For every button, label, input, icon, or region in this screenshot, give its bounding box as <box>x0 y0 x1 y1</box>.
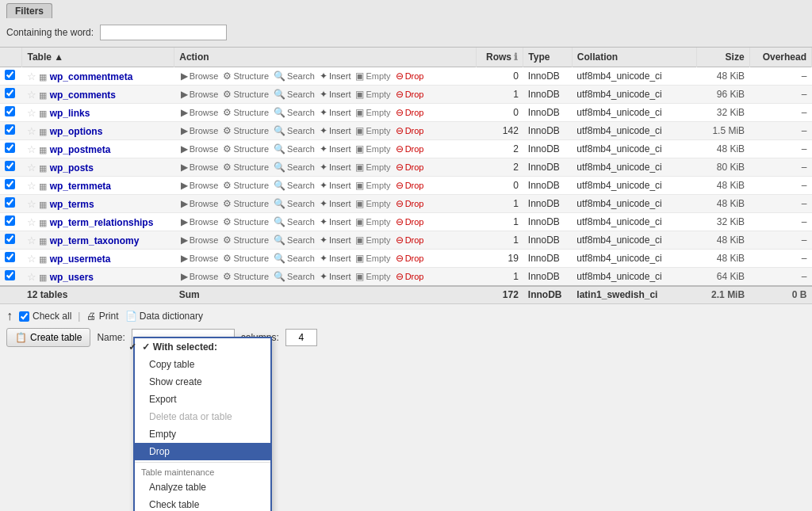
row-checkbox-0[interactable] <box>0 67 22 86</box>
search-btn[interactable]: 🔍 Search <box>272 252 316 265</box>
search-btn[interactable]: 🔍 Search <box>272 88 316 101</box>
insert-btn[interactable]: ✦ Insert <box>318 161 353 174</box>
drop-btn[interactable]: ⊖ Drop <box>394 88 426 101</box>
structure-btn[interactable]: ⚙ Structure <box>221 106 270 119</box>
search-btn[interactable]: 🔍 Search <box>272 106 316 119</box>
row-checkbox-2[interactable] <box>0 104 22 122</box>
row-checkbox-10[interactable] <box>0 250 22 268</box>
star-icon[interactable]: ☆ <box>27 180 36 192</box>
structure-btn[interactable]: ⚙ Structure <box>221 215 270 228</box>
row-checkbox-8[interactable] <box>0 213 22 231</box>
search-btn[interactable]: 🔍 Search <box>272 143 316 155</box>
insert-btn[interactable]: ✦ Insert <box>318 270 353 283</box>
empty-btn[interactable]: ▣ Empty <box>354 197 392 210</box>
star-icon[interactable]: ☆ <box>27 162 36 174</box>
drop-btn[interactable]: ⊖ Drop <box>394 143 426 155</box>
drop-btn[interactable]: ⊖ Drop <box>394 215 426 228</box>
table-name-link[interactable]: wp_links <box>50 108 90 119</box>
structure-btn[interactable]: ⚙ Structure <box>221 252 270 265</box>
browse-btn[interactable]: ▶ Browse <box>179 161 220 174</box>
filters-tab[interactable]: Filters <box>6 3 52 18</box>
structure-btn[interactable]: ⚙ Structure <box>221 270 270 283</box>
scroll-up-icon[interactable]: ↑ <box>6 309 13 323</box>
insert-btn[interactable]: ✦ Insert <box>318 106 353 119</box>
table-name-link[interactable]: wp_usermeta <box>50 254 111 265</box>
row-checkbox-7[interactable] <box>0 195 22 213</box>
search-btn[interactable]: 🔍 Search <box>272 215 316 228</box>
browse-btn[interactable]: ▶ Browse <box>179 197 220 210</box>
insert-btn[interactable]: ✦ Insert <box>318 70 353 82</box>
header-table[interactable]: Table ▲ <box>22 48 174 67</box>
containing-input[interactable] <box>100 25 227 40</box>
table-name-link[interactable]: wp_postmeta <box>50 144 111 155</box>
insert-btn[interactable]: ✦ Insert <box>318 124 353 137</box>
browse-btn[interactable]: ▶ Browse <box>179 252 220 265</box>
browse-btn[interactable]: ▶ Browse <box>179 143 220 155</box>
check-all-checkbox[interactable] <box>19 311 29 322</box>
data-dictionary-button[interactable]: 📄 Data dictionary <box>125 311 203 322</box>
row-checkbox-9[interactable] <box>0 231 22 250</box>
browse-btn[interactable]: ▶ Browse <box>179 179 220 192</box>
star-icon[interactable]: ☆ <box>27 143 36 155</box>
drop-btn[interactable]: ⊖ Drop <box>394 270 426 283</box>
insert-btn[interactable]: ✦ Insert <box>318 234 353 246</box>
empty-btn[interactable]: ▣ Empty <box>354 179 392 192</box>
empty-btn[interactable]: ▣ Empty <box>354 106 392 119</box>
insert-btn[interactable]: ✦ Insert <box>318 252 353 265</box>
structure-btn[interactable]: ⚙ Structure <box>221 179 270 192</box>
search-btn[interactable]: 🔍 Search <box>272 234 316 246</box>
empty-btn[interactable]: ▣ Empty <box>354 70 392 82</box>
row-checkbox-11[interactable] <box>0 268 22 287</box>
drop-btn[interactable]: ⊖ Drop <box>394 124 426 137</box>
star-icon[interactable]: ☆ <box>27 107 36 119</box>
table-name-link[interactable]: wp_terms <box>50 199 94 210</box>
menu-analyze[interactable]: Analyze table <box>135 479 270 496</box>
search-btn[interactable]: 🔍 Search <box>272 270 316 283</box>
search-btn[interactable]: 🔍 Search <box>272 179 316 192</box>
star-icon[interactable]: ☆ <box>27 235 36 246</box>
menu-show-create[interactable]: Show create <box>135 373 270 391</box>
drop-btn[interactable]: ⊖ Drop <box>394 70 426 82</box>
print-button[interactable]: 🖨 Print <box>86 311 118 322</box>
structure-btn[interactable]: ⚙ Structure <box>221 197 270 210</box>
table-name-link[interactable]: wp_term_relationships <box>50 217 154 228</box>
structure-btn[interactable]: ⚙ Structure <box>221 88 270 101</box>
star-icon[interactable]: ☆ <box>27 71 36 82</box>
row-checkbox-4[interactable] <box>0 140 22 158</box>
table-name-link[interactable]: wp_options <box>50 126 103 137</box>
browse-btn[interactable]: ▶ Browse <box>179 124 220 137</box>
create-table-button[interactable]: 📋 Create table <box>6 328 90 347</box>
menu-copy-table[interactable]: Copy table <box>135 356 270 373</box>
drop-btn[interactable]: ⊖ Drop <box>394 197 426 210</box>
table-name-link[interactable]: wp_termmeta <box>50 181 111 192</box>
header-rows[interactable]: Rows ℹ <box>476 48 523 67</box>
empty-btn[interactable]: ▣ Empty <box>354 252 392 265</box>
insert-btn[interactable]: ✦ Insert <box>318 215 353 228</box>
structure-btn[interactable]: ⚙ Structure <box>221 70 270 82</box>
browse-btn[interactable]: ▶ Browse <box>179 70 220 82</box>
search-btn[interactable]: 🔍 Search <box>272 70 316 82</box>
table-name-link[interactable]: wp_comments <box>50 90 116 101</box>
insert-btn[interactable]: ✦ Insert <box>318 88 353 101</box>
star-icon[interactable]: ☆ <box>27 253 36 265</box>
drop-btn[interactable]: ⊖ Drop <box>394 161 426 174</box>
drop-btn[interactable]: ⊖ Drop <box>394 234 426 246</box>
browse-btn[interactable]: ▶ Browse <box>179 234 220 246</box>
drop-btn[interactable]: ⊖ Drop <box>394 252 426 265</box>
browse-btn[interactable]: ▶ Browse <box>179 106 220 119</box>
star-icon[interactable]: ☆ <box>27 271 36 283</box>
search-btn[interactable]: 🔍 Search <box>272 197 316 210</box>
star-icon[interactable]: ☆ <box>27 89 36 101</box>
columns-input[interactable] <box>285 329 317 346</box>
menu-check[interactable]: Check table <box>135 496 270 511</box>
row-checkbox-5[interactable] <box>0 158 22 177</box>
drop-btn[interactable]: ⊖ Drop <box>394 106 426 119</box>
empty-btn[interactable]: ▣ Empty <box>354 88 392 101</box>
menu-export[interactable]: Export <box>135 391 270 408</box>
table-name-link[interactable]: wp_posts <box>50 162 94 174</box>
structure-btn[interactable]: ⚙ Structure <box>221 143 270 155</box>
empty-btn[interactable]: ▣ Empty <box>354 124 392 137</box>
structure-btn[interactable]: ⚙ Structure <box>221 161 270 174</box>
star-icon[interactable]: ☆ <box>27 198 36 210</box>
row-checkbox-3[interactable] <box>0 122 22 140</box>
